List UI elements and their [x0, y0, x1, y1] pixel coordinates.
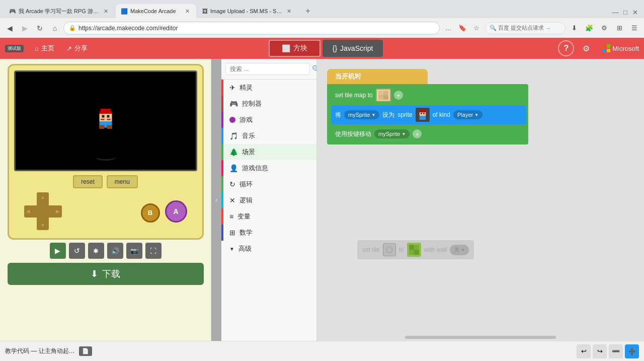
browser-chrome: 🎮 我 Arcade 学习写一款 RPG 游戏 ... ✕ 🟦 MakeCode… [0, 0, 644, 38]
player-dropdown[interactable]: Player ▼ [453, 110, 482, 119]
h-scrollbar[interactable] [405, 336, 556, 339]
extensions-button[interactable]: 🧩 [583, 22, 596, 35]
sprites-icon: ✈ [229, 84, 235, 92]
address-bar[interactable]: 🔒 https://arcade.makecode.com/#editor [63, 22, 440, 35]
back-button[interactable]: ◀ [3, 22, 16, 35]
slow-button[interactable]: ✱ [88, 243, 104, 259]
dpad-up-icon: ▲ [40, 194, 45, 200]
set-tile-group: set tile to with wall [357, 240, 474, 259]
more-button[interactable]: … [442, 22, 455, 35]
wall-dropdown[interactable]: 关 ▼ [450, 245, 469, 255]
tile-coord-thumb[interactable] [383, 243, 396, 256]
reload-button[interactable]: ↻ [33, 22, 46, 35]
star-button[interactable]: ☆ [470, 22, 483, 35]
reset-button[interactable]: reset [73, 175, 103, 188]
fullscreen-button[interactable]: ⛶ [145, 243, 162, 259]
tilemap-thumb[interactable] [376, 89, 391, 102]
category-loops[interactable]: ↻ 循环 [221, 176, 316, 192]
category-variables[interactable]: ≡ 变量 [221, 208, 316, 225]
screenshot-button[interactable]: 📷 [126, 243, 142, 259]
tab1-label: 我 Arcade 学习写一款 RPG 游戏 ... [19, 8, 100, 15]
simulator-panel: reset menu ◀ ▶ ▲ ▼ [0, 59, 211, 341]
tab-3[interactable]: 🖼 Image Upload - SM.MS - Simp... ✕ [197, 4, 298, 18]
category-scene[interactable]: 🌲 场景 [221, 144, 316, 160]
svg-rect-13 [383, 95, 388, 100]
move-block[interactable]: 使用按键移动 mySprite ▼ + [331, 125, 526, 142]
sidebar-browser-button[interactable]: ⊞ [613, 22, 626, 35]
tab3-close[interactable]: ✕ [285, 8, 293, 15]
btn-a[interactable]: A [165, 200, 187, 223]
redo-button[interactable]: ↪ [593, 344, 607, 358]
tile-image-thumb[interactable] [407, 243, 421, 257]
category-music[interactable]: 🎵 音乐 [221, 128, 316, 144]
js-icon: {} [333, 44, 337, 52]
btn-b[interactable]: B [141, 203, 160, 223]
sprite-image-thumb[interactable] [416, 108, 430, 122]
category-controller[interactable]: 🎮 控制器 [221, 96, 316, 112]
tab2-close[interactable]: ✕ [184, 8, 191, 15]
svg-rect-24 [414, 250, 419, 255]
sidebar-toggle[interactable]: ‹ [211, 59, 221, 341]
set-tilemap-block[interactable]: set tile map to + [331, 86, 526, 104]
forward-button[interactable]: ▶ [18, 22, 31, 35]
js-mode-button[interactable]: {} JavaScript [323, 40, 383, 57]
blocks-mode-button[interactable]: ⬜ 方块 [269, 40, 320, 57]
maximize-icon[interactable]: □ [621, 7, 629, 18]
controller-label: 控制器 [242, 99, 262, 108]
gamepad-row: ◀ ▶ ▲ ▼ B A [14, 192, 197, 230]
home-button[interactable]: ⌂ [48, 22, 61, 35]
category-logic[interactable]: ✕ 逻辑 [221, 192, 316, 208]
with-wall-label: with wall [424, 246, 447, 253]
variables-icon: ≡ [229, 212, 233, 221]
tilemap-add-btn[interactable]: + [394, 91, 403, 100]
browser-settings-button[interactable]: ⚙ [598, 22, 611, 35]
tab-2[interactable]: 🟦 MakeCode Arcade ✕ [116, 4, 196, 18]
category-game[interactable]: 游戏 [221, 112, 316, 128]
move-sprite-dropdown[interactable]: mySprite ▼ [374, 129, 410, 138]
category-advanced[interactable]: ▼ 高级 [221, 241, 316, 257]
bottom-right-controls: ↩ ↪ ➖ ➕ [577, 344, 639, 358]
move-add-btn[interactable]: + [413, 129, 422, 138]
sound-button[interactable]: 🔊 [107, 243, 123, 259]
close-window-icon[interactable]: ✕ [630, 7, 640, 18]
category-math[interactable]: ⊞ 数学 [221, 225, 316, 241]
move-label: 使用按键移动 [335, 130, 371, 138]
assign-sprite-block[interactable]: 将 mySprite ▼ 设为 sprite [331, 105, 526, 124]
categories-list: ✈ 精灵 🎮 控制器 游戏 🎵 音乐 🌲 场景 [221, 80, 316, 341]
undo-button[interactable]: ↩ [577, 344, 591, 358]
dpad-right-icon: ▶ [56, 208, 60, 214]
controller-icon: 🎮 [229, 100, 238, 108]
tab1-close[interactable]: ✕ [102, 8, 110, 15]
set-tile-block[interactable]: set tile to with wall [357, 240, 474, 259]
home-button-app[interactable]: ⌂ 主页 [29, 42, 60, 55]
zoom-out-button[interactable]: ➖ [609, 344, 623, 358]
download-browser-button[interactable]: ⬇ [568, 22, 581, 35]
category-sprites[interactable]: ✈ 精灵 [221, 80, 316, 96]
restart-button[interactable]: ↺ [69, 243, 85, 259]
favorites-button[interactable]: 🔖 [456, 22, 469, 35]
mysprite-dropdown[interactable]: mySprite ▼ [344, 110, 379, 119]
svg-rect-10 [378, 91, 383, 95]
tab-1[interactable]: 🎮 我 Arcade 学习写一款 RPG 游戏 ... ✕ [4, 4, 115, 18]
search-go-button[interactable]: → [545, 25, 551, 31]
tab2-favicon: 🟦 [121, 8, 128, 15]
of-kind-label: of kind [433, 111, 450, 118]
zoom-in-button[interactable]: ➕ [625, 344, 639, 358]
new-tab-button[interactable]: + [301, 4, 315, 18]
help-button[interactable]: ? [558, 40, 574, 56]
play-button[interactable]: ▶ [50, 243, 66, 259]
browser-menu-button[interactable]: ☰ [628, 22, 641, 35]
search-box[interactable]: 🔍 百度 提交站点请求 → [485, 22, 566, 34]
share-button[interactable]: ↗ 分享 [60, 42, 94, 55]
search-input[interactable] [225, 63, 310, 75]
settings-button[interactable]: ⚙ [578, 40, 594, 56]
sim-controls-bar: ▶ ↺ ✱ 🔊 📷 ⛶ [50, 243, 162, 259]
tutorial-doc-button[interactable]: 📄 [79, 346, 92, 356]
event-block[interactable]: 当开机时 [327, 69, 428, 84]
bottom-bar: 教学代码 — 让主角动起… 📄 ↩ ↪ ➖ ➕ [0, 341, 644, 361]
blocks-sidebar: 🔍 ✈ 精灵 🎮 控制器 游戏 🎵 音乐 [221, 59, 317, 341]
download-button[interactable]: ⬇ 下载 [8, 263, 204, 285]
minimize-icon[interactable]: — [610, 7, 620, 18]
menu-button[interactable]: menu [107, 175, 138, 188]
category-info[interactable]: 👤 游戏信息 [221, 160, 316, 176]
